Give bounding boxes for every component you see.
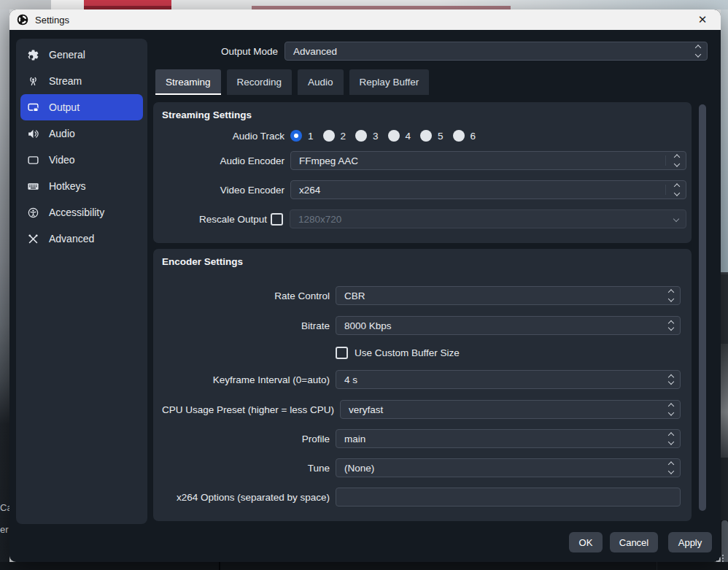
titlebar[interactable]: Settings ✕ (9, 9, 721, 30)
settings-dialog: Settings ✕ General Stream Output (9, 9, 721, 562)
sidebar-item-hotkeys[interactable]: Hotkeys (20, 173, 143, 199)
keyframe-interval-label: Keyframe Interval (0=auto) (162, 374, 330, 385)
tune-select[interactable]: (None) (336, 458, 681, 477)
background-top-strip (0, 0, 728, 9)
gear-icon (27, 49, 39, 61)
output-mode-value: Advanced (293, 46, 337, 57)
rescale-output-label: Rescale Output (162, 214, 267, 225)
chevron-up-down-icon (675, 155, 679, 166)
sidebar-item-stream[interactable]: Stream (20, 68, 143, 94)
rate-control-select[interactable]: CBR (336, 286, 681, 305)
output-mode-select[interactable]: Advanced (284, 42, 708, 61)
rescale-output-checkbox[interactable] (271, 213, 283, 226)
sidebar-item-accessibility[interactable]: Accessibility (20, 199, 143, 226)
background-window-edge (0, 0, 51, 9)
profile-select[interactable]: main (336, 429, 681, 448)
audio-encoder-label: Audio Encoder (162, 155, 284, 166)
background-divider (219, 562, 220, 570)
profile-value: main (344, 434, 365, 444)
sidebar-item-general[interactable]: General (20, 42, 143, 68)
chevron-down-icon (674, 217, 678, 221)
radio-label: 2 (341, 131, 346, 142)
cpu-preset-value: veryfast (349, 404, 383, 415)
desktop: Ca er Settings ✕ (0, 0, 728, 570)
sidebar-item-label: General (49, 49, 85, 61)
background-text-fragment: Ca (0, 502, 9, 513)
radio-label: 4 (406, 131, 411, 142)
tools-icon (27, 233, 39, 245)
close-icon[interactable]: ✕ (694, 12, 710, 28)
radio-track-3[interactable] (355, 130, 367, 142)
monitor-icon (27, 154, 39, 166)
audio-track-radios: 1 2 3 4 5 6 (290, 130, 485, 142)
bitrate-spinbox[interactable]: 8000 Kbps (336, 316, 681, 335)
spin-down-icon[interactable] (669, 326, 673, 330)
sidebar-item-label: Stream (49, 75, 82, 87)
radio-label: 1 (308, 131, 314, 142)
tab-audio[interactable]: Audio (298, 69, 344, 95)
audio-track-row: Audio Track 1 2 3 4 5 6 (162, 128, 686, 143)
tab-streaming[interactable]: Streaming (155, 69, 221, 95)
radio-track-6[interactable] (453, 130, 465, 142)
divider (665, 185, 666, 195)
keyframe-interval-row: Keyframe Interval (0=auto) 4 s (162, 370, 681, 389)
radio-track-1[interactable] (290, 130, 302, 142)
sidebar-item-label: Advanced (49, 233, 94, 244)
resize-grip[interactable] (716, 555, 725, 563)
chevron-up-down-icon (669, 290, 673, 301)
cancel-button[interactable]: Cancel (610, 532, 658, 552)
background-bottom-strip (0, 562, 728, 570)
audio-encoder-value: FFmpeg AAC (299, 155, 358, 166)
background-text-fragment: er (0, 524, 9, 535)
rate-control-label: Rate Control (162, 290, 330, 301)
bitrate-value: 8000 Kbps (344, 320, 392, 331)
sidebar-item-label: Audio (49, 128, 75, 139)
keyframe-interval-value: 4 s (344, 374, 357, 385)
video-encoder-select[interactable]: x264 (290, 180, 686, 199)
rate-control-value: CBR (344, 290, 365, 301)
custom-buffer-checkbox[interactable] (336, 347, 348, 359)
sidebar-item-label: Hotkeys (49, 180, 86, 192)
tune-value: (None) (344, 463, 374, 474)
sidebar-item-label: Accessibility (49, 207, 104, 218)
sidebar-item-advanced[interactable]: Advanced (20, 226, 143, 252)
video-encoder-row: Video Encoder x264 (162, 180, 686, 199)
custom-buffer-label: Use Custom Buffer Size (355, 347, 460, 358)
rescale-output-row: Rescale Output 1280x720 (162, 209, 686, 228)
background-divider (657, 562, 657, 570)
ok-button[interactable]: OK (569, 532, 603, 552)
radio-track-4[interactable] (388, 130, 400, 142)
radio-label: 5 (438, 131, 444, 142)
tab-recording[interactable]: Recording (227, 69, 293, 95)
radio-label: 3 (373, 131, 379, 142)
rescale-resolution-select[interactable]: 1280x720 (290, 209, 686, 228)
chevron-up-down-icon (696, 46, 700, 57)
scrollbar-thumb[interactable] (699, 104, 706, 511)
cpu-preset-label: CPU Usage Preset (higher = less CPU) (162, 404, 334, 415)
background-wallpaper (721, 9, 728, 272)
x264-options-input[interactable] (336, 488, 681, 507)
sidebar-item-output[interactable]: Output (20, 94, 143, 120)
audio-encoder-row: Audio Encoder FFmpeg AAC (162, 151, 686, 170)
speaker-icon (27, 128, 39, 140)
group-heading: Streaming Settings (162, 109, 252, 120)
sidebar-item-audio[interactable]: Audio (20, 120, 143, 147)
bitrate-row: Bitrate 8000 Kbps (162, 316, 681, 335)
tab-replay-buffer[interactable]: Replay Buffer (349, 69, 430, 95)
radio-track-2[interactable] (323, 130, 335, 142)
spin-down-icon[interactable] (669, 380, 673, 384)
settings-sidebar: General Stream Output Audio (16, 39, 147, 524)
background-window-edge (51, 0, 84, 9)
radio-track-5[interactable] (420, 130, 432, 142)
profile-row: Profile main (162, 429, 681, 448)
audio-encoder-select[interactable]: FFmpeg AAC (290, 151, 686, 170)
background-red-bar (84, 0, 171, 6)
accessibility-icon (27, 207, 39, 219)
content-scrollbar[interactable] (699, 103, 706, 526)
rescale-resolution-value: 1280x720 (298, 214, 341, 225)
sidebar-item-video[interactable]: Video (20, 147, 143, 173)
keyframe-interval-spinbox[interactable]: 4 s (336, 370, 681, 389)
apply-button[interactable]: Apply (668, 532, 712, 552)
sidebar-item-label: Video (49, 154, 75, 166)
cpu-preset-select[interactable]: veryfast (340, 400, 681, 419)
